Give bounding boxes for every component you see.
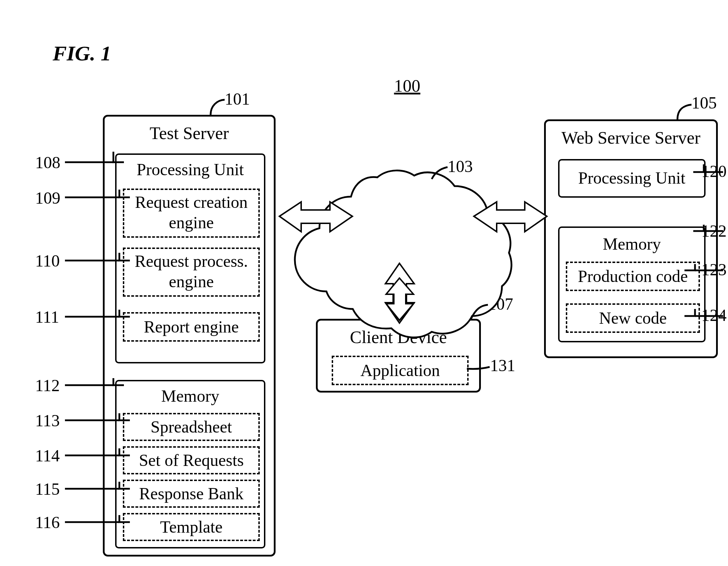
ref-114: 114 (35, 446, 60, 465)
ref-115: 115 (35, 479, 60, 499)
application-box: Application (332, 356, 469, 385)
web-service-server-title: Web Service Server (546, 127, 716, 148)
ref-112: 112 (35, 376, 60, 395)
wss-processing-unit-box: Processing Unit (558, 159, 706, 198)
ref-131: 131 (490, 356, 515, 375)
test-server-title: Test Server (105, 123, 274, 143)
ref-124: 124 (699, 305, 727, 325)
ref-107: 107 (488, 294, 513, 314)
ref-108: 108 (35, 153, 60, 172)
request-creation-engine-label: Request creation engine (124, 192, 258, 232)
ref-103: 103 (448, 157, 473, 176)
request-process-engine-label: Request process. engine (124, 251, 258, 291)
request-process-engine-box: Request process. engine (123, 248, 260, 297)
diagram-canvas: FIG. 1 100 Test Server Processing Unit R… (0, 0, 728, 566)
new-code-box: New code (566, 303, 700, 333)
wss-processing-unit-label: Processing Unit (560, 168, 704, 187)
ref-113: 113 (35, 411, 60, 430)
template-box: Template (123, 513, 260, 541)
test-server-memory-box: Memory Spreadsheet Set of Requests Respo… (115, 380, 265, 548)
application-label: Application (333, 361, 467, 380)
spreadsheet-box: Spreadsheet (123, 413, 260, 441)
system-ref-number: 100 (386, 75, 428, 96)
ref-116: 116 (35, 513, 60, 532)
test-server-processing-unit-label: Processing Unit (117, 160, 264, 179)
set-of-requests-label: Set of Requests (124, 450, 258, 470)
template-label: Template (124, 517, 258, 537)
ref-105: 105 (691, 93, 717, 112)
new-code-label: New code (567, 308, 699, 328)
network-label: Network (376, 212, 453, 232)
response-bank-box: Response Bank (123, 480, 260, 508)
ref-122: 122 (699, 221, 727, 241)
client-device-block: Client Device Application (316, 319, 481, 393)
wss-memory-label: Memory (560, 234, 704, 254)
ref-120-real: 120 (699, 162, 727, 181)
ref-111: 111 (35, 307, 59, 327)
client-device-title: Client Device (318, 327, 479, 347)
svg-marker-1 (474, 202, 547, 232)
svg-marker-3 (386, 278, 413, 320)
production-code-label: Production code (567, 266, 699, 286)
wss-memory-box: Memory Production code New code (558, 226, 706, 342)
svg-marker-2 (385, 263, 414, 323)
ref-123: 123 (699, 260, 727, 279)
svg-marker-0 (279, 202, 352, 232)
test-server-memory-label: Memory (117, 386, 264, 406)
set-of-requests-box: Set of Requests (123, 446, 260, 474)
production-code-box: Production code (566, 262, 700, 291)
spreadsheet-label: Spreadsheet (124, 417, 258, 436)
ref-110: 110 (35, 251, 60, 270)
ref-109: 109 (35, 188, 60, 208)
test-server-processing-unit-box: Processing Unit Request creation engine … (115, 153, 265, 363)
report-engine-box: Report engine (123, 312, 260, 342)
response-bank-label: Response Bank (124, 484, 258, 503)
figure-title: FIG. 1 (53, 41, 111, 66)
ref-101: 101 (225, 89, 250, 108)
report-engine-label: Report engine (124, 317, 258, 336)
request-creation-engine-box: Request creation engine (123, 189, 260, 238)
web-service-server-block: Web Service Server Processing Unit Memor… (544, 119, 718, 358)
test-server-block: Test Server Processing Unit Request crea… (103, 115, 276, 557)
